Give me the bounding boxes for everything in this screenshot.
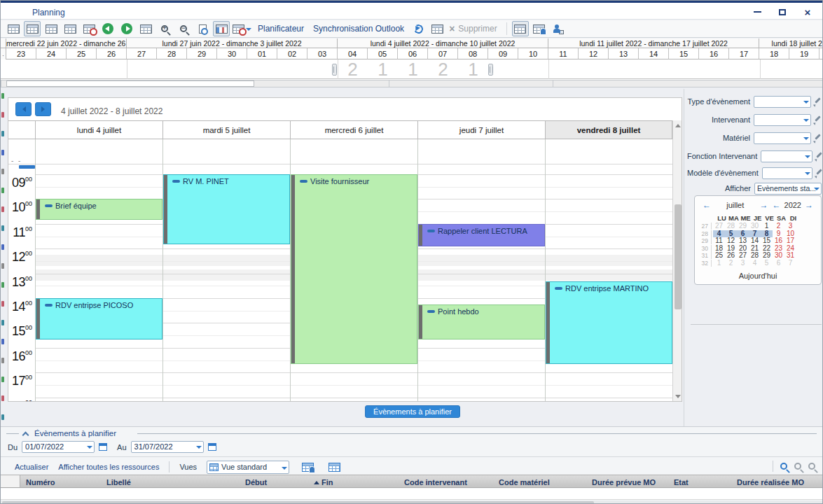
edit-pencil-icon[interactable]	[813, 97, 822, 106]
date-to-input[interactable]: 31/07/2022	[131, 441, 204, 453]
back-button[interactable]	[99, 21, 116, 36]
calendar-day[interactable]: 2	[725, 260, 737, 267]
timeline-day-cell[interactable]: 28	[157, 48, 187, 59]
calendar-day[interactable]: 28	[725, 223, 737, 230]
scroll-up-button[interactable]	[673, 120, 682, 130]
bottom-scrollbar-thumb[interactable]	[2, 501, 594, 504]
filter-combo[interactable]	[762, 167, 812, 179]
calendar-day[interactable]: 6	[773, 260, 784, 267]
timeline-day-cell[interactable]: 15	[669, 48, 699, 59]
next-month-arrow[interactable]: →	[758, 200, 770, 210]
timeline-day-cell[interactable]: 27	[127, 48, 157, 59]
planner-vscrollbar[interactable]	[672, 120, 682, 401]
table-column-Numéro[interactable]: Numéro	[20, 475, 101, 487]
calendar-day[interactable]: 26	[725, 252, 737, 260]
view-month-button[interactable]	[62, 21, 78, 36]
view-option-2-button[interactable]	[326, 459, 343, 475]
view-workweek-button[interactable]	[43, 21, 60, 36]
timeline-day-cell[interactable]: 26	[97, 48, 127, 59]
table-column-Code matériel[interactable]: Code matériel	[493, 475, 586, 487]
day-header-4[interactable]: vendredi 8 juillet	[545, 120, 672, 139]
search-icon[interactable]	[780, 463, 787, 470]
calendar-picker-icon[interactable]	[99, 443, 107, 451]
timeline-day-cell[interactable]: 02	[277, 48, 307, 59]
event-3[interactable]: Visite fournisseur	[291, 174, 417, 364]
calendar-day[interactable]: 30	[749, 223, 761, 230]
calendar-day[interactable]: 3	[784, 223, 796, 230]
timeline-day-cell[interactable]: 29	[187, 48, 217, 59]
day-header-3[interactable]: jeudi 7 juillet	[417, 120, 545, 139]
timeline-day-cell[interactable]: 24	[36, 48, 67, 59]
calendar-day[interactable]: 16	[773, 237, 784, 245]
timeline-day-cell[interactable]: 18	[759, 48, 789, 59]
timescale-button[interactable]	[81, 21, 97, 36]
event-5[interactable]: Point hebdo	[418, 304, 545, 340]
timeline-day-cell[interactable]: 17	[729, 48, 759, 59]
scroll-down-button[interactable]	[673, 391, 682, 401]
calendar-day[interactable]: 29	[761, 252, 773, 260]
minimize-button[interactable]	[751, 6, 763, 18]
calendar-day[interactable]: 30	[773, 252, 784, 260]
edit-pencil-icon[interactable]	[815, 151, 822, 161]
calendar-day[interactable]: 28	[749, 252, 761, 260]
filter-combo[interactable]	[754, 96, 811, 108]
table-column-selector[interactable]	[1, 475, 20, 487]
day-header-0[interactable]: lundi 4 juillet	[35, 120, 162, 139]
calendar-day[interactable]: 12	[725, 237, 737, 245]
timeline-day-cell[interactable]: 05	[368, 48, 398, 59]
table-column-Durée réalisée MO[interactable]: Durée réalisée MO	[731, 475, 823, 487]
calendar-day[interactable]: 25	[713, 252, 725, 260]
range-handle-left[interactable]	[332, 64, 337, 76]
calendar-day[interactable]: 29	[737, 223, 749, 230]
forward-button[interactable]	[118, 21, 135, 36]
calendar-day[interactable]: 13	[737, 237, 749, 245]
zoom-out-button[interactable]: −	[175, 21, 192, 36]
filter-combo[interactable]	[761, 150, 812, 162]
collapse-caret-icon[interactable]	[22, 432, 29, 439]
evenements-a-planifier-button[interactable]: Évènements à planifier	[365, 405, 460, 418]
timeline-day-cell[interactable]: 14	[639, 48, 669, 59]
edit-pencil-icon[interactable]	[813, 115, 822, 125]
synchronisation-outlook-link[interactable]: Synchronisation Outlook	[310, 24, 408, 34]
timeline-day-cell[interactable]: 01	[247, 48, 277, 59]
supprimer-label[interactable]: Supprimer	[458, 24, 501, 34]
calendar-day[interactable]: 27	[737, 252, 749, 260]
afficher-combo[interactable]: Evènements sta...	[754, 183, 822, 195]
day-header-2[interactable]: mercredi 6 juillet	[290, 120, 417, 139]
edit-pencil-icon[interactable]	[813, 133, 822, 143]
view-week-button[interactable]	[24, 21, 41, 36]
timeline-day-cell[interactable]: 07	[428, 48, 458, 59]
timeline-day-cell[interactable]: 04	[338, 48, 368, 59]
event-clock-dropdown-button[interactable]	[232, 21, 252, 36]
search-prev-icon[interactable]	[794, 463, 801, 470]
view-day-button[interactable]	[5, 21, 22, 36]
scrollbar-thumb[interactable]	[675, 204, 682, 309]
event-2[interactable]: RV M. PINET	[163, 174, 290, 244]
goto-date-button[interactable]	[137, 21, 154, 36]
zoom-in-button[interactable]: +	[156, 21, 173, 36]
timeline-day-cell[interactable]: 11	[548, 48, 579, 59]
timeline-day-cell[interactable]: 23	[6, 48, 36, 59]
timeline-day-cell[interactable]: 19	[789, 48, 819, 59]
list-button[interactable]	[429, 21, 445, 36]
search-next-icon[interactable]	[808, 463, 815, 470]
table-column-Libellé[interactable]: Libellé	[101, 475, 240, 487]
timeline-day-cell[interactable]: 20	[819, 48, 823, 59]
planificateur-link[interactable]: Planificateur	[254, 24, 307, 34]
timeline-day-cell[interactable]: 12	[579, 48, 609, 59]
day-header-1[interactable]: mardi 5 juillet	[162, 120, 290, 139]
calendar-day[interactable]: 31	[784, 252, 796, 260]
calendar-day[interactable]: 17	[784, 237, 796, 245]
calendar-day[interactable]: 2	[773, 223, 784, 230]
calendar-picker-icon[interactable]	[208, 443, 216, 451]
timeline-scrollbar[interactable]	[1, 80, 823, 88]
timeline-day-cell[interactable]: 16	[699, 48, 729, 59]
calendar-day[interactable]: 15	[761, 237, 773, 245]
calendar-day[interactable]: 14	[749, 237, 761, 245]
table-column-Etat[interactable]: Etat	[668, 475, 731, 487]
timeline-day-cell[interactable]: 08	[458, 48, 488, 59]
range-handle-right[interactable]	[488, 64, 493, 76]
refresh-button[interactable]	[410, 21, 427, 36]
timeline-day-cell[interactable]: 10	[518, 48, 548, 59]
table-column-Durée prévue MO[interactable]: Durée prévue MO	[586, 475, 668, 487]
